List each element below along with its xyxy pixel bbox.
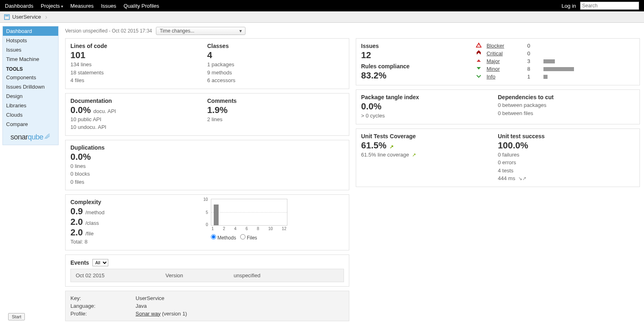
comments-value: 1.9% bbox=[207, 105, 344, 115]
card-duplications: Duplications 0.0% 0 lines0 blocks0 files bbox=[65, 140, 349, 191]
sidebar-item-time-machine[interactable]: Time Machine bbox=[3, 54, 58, 64]
severity-major-count: 3 bbox=[527, 58, 543, 64]
severity-minor-icon bbox=[476, 66, 486, 72]
radio-files[interactable]: Files bbox=[240, 234, 257, 241]
svg-rect-1 bbox=[5, 15, 9, 16]
sidebar-item-dashboard[interactable]: Dashboard bbox=[3, 26, 58, 36]
severity-blocker-icon: ! bbox=[476, 43, 486, 49]
nav-quality-profiles[interactable]: Quality Profiles bbox=[124, 3, 159, 9]
severity-blocker-link[interactable]: Blocker bbox=[486, 43, 527, 49]
chevron-down-icon: ▾ bbox=[239, 28, 242, 34]
issues-title: Issues bbox=[361, 43, 476, 49]
severity-minor-count: 8 bbox=[527, 66, 543, 72]
card-tangle: Package tangle index 0.0% > 0 cycles Dep… bbox=[356, 89, 640, 124]
lang-value: Java bbox=[136, 303, 344, 309]
tests-value: 100.0% bbox=[498, 140, 635, 151]
severity-blocker-count: 0 bbox=[527, 43, 543, 49]
trend-up-icon: ↗ bbox=[411, 152, 416, 158]
tests-sub: 0 failures0 errors4 tests 444 ms ↘↗ bbox=[498, 151, 635, 183]
dup-value: 0.0% bbox=[70, 152, 344, 162]
sidebar-item-issues-drilldown[interactable]: Issues Drilldown bbox=[3, 82, 58, 91]
compliance-value: 83.2% bbox=[361, 70, 476, 81]
card-size: Lines of code 101 134 lines18 statements… bbox=[65, 38, 349, 89]
table-row: Oct 02 2015 Version unspecified bbox=[72, 270, 343, 281]
content: Version unspecified - Oct 02 2015 17:34 … bbox=[61, 23, 644, 322]
coverage-sub: 61.5% line coverage ↗ bbox=[361, 151, 498, 159]
sidebar-item-design[interactable]: Design bbox=[3, 91, 58, 101]
severity-bar bbox=[543, 67, 584, 71]
comments-title: Comments bbox=[207, 98, 344, 104]
classes-sub: 1 packages9 methods6 accessors bbox=[207, 61, 344, 85]
nav-issues[interactable]: Issues bbox=[101, 3, 116, 9]
search-input[interactable] bbox=[580, 2, 639, 10]
card-complexity: Complexity 0.9 /method 2.0 /class 2.0 /f… bbox=[65, 194, 349, 250]
sidebar-item-compare[interactable]: Compare bbox=[3, 120, 58, 129]
severity-grid: !Blocker0Critical0Major3Minor8Info1 bbox=[476, 43, 635, 80]
severity-info-link[interactable]: Info bbox=[486, 74, 527, 80]
events-filter[interactable]: All bbox=[92, 259, 108, 266]
sidebar-item-hotspots[interactable]: Hotspots bbox=[3, 36, 58, 45]
dup-title: Duplications bbox=[70, 144, 344, 151]
start-button[interactable]: Start bbox=[8, 313, 25, 320]
version-timestamp: Version unspecified - Oct 02 2015 17:34 bbox=[65, 28, 152, 34]
issues-count: 12 bbox=[361, 50, 476, 61]
events-title: Events bbox=[70, 259, 89, 266]
tangle-title: Package tangle index bbox=[361, 94, 498, 100]
deps-sub: 0 between packages0 between files bbox=[498, 101, 635, 117]
coverage-value: 61.5% ↗ bbox=[361, 140, 498, 151]
severity-info-icon bbox=[476, 74, 486, 80]
radio-methods[interactable]: Methods bbox=[211, 234, 236, 241]
sidebar-item-clouds[interactable]: Clouds bbox=[3, 110, 58, 120]
events-table: Oct 02 2015 Version unspecified bbox=[70, 269, 344, 282]
breadcrumb-project[interactable]: UserService bbox=[12, 14, 41, 20]
complexity-total: Total: 8 bbox=[70, 238, 202, 246]
severity-critical-count: 0 bbox=[527, 50, 543, 57]
profile-link[interactable]: Sonar way bbox=[136, 311, 160, 317]
nav-dashboards[interactable]: Dashboards bbox=[5, 3, 33, 9]
tangle-sub: > 0 cycles bbox=[361, 112, 498, 120]
card-tests: Unit Tests Coverage 61.5% ↗ 61.5% line c… bbox=[356, 128, 640, 187]
breadcrumb: UserService › bbox=[0, 11, 644, 23]
key-label: Key: bbox=[70, 295, 136, 301]
nav-measures[interactable]: Measures bbox=[70, 3, 94, 9]
severity-bar bbox=[543, 59, 584, 63]
svg-text:!: ! bbox=[478, 44, 479, 47]
sidebar-item-issues[interactable]: Issues bbox=[3, 45, 58, 54]
complexity-class: 2.0 /class bbox=[70, 217, 202, 227]
login-link[interactable]: Log in bbox=[562, 3, 576, 9]
coverage-title: Unit Tests Coverage bbox=[361, 133, 498, 139]
doc-value: 0.0% docu. API bbox=[70, 105, 207, 115]
severity-critical-icon bbox=[476, 50, 486, 57]
loc-sub: 134 lines18 statements4 files bbox=[70, 61, 207, 85]
complexity-method: 0.9 /method bbox=[70, 206, 202, 217]
svg-rect-0 bbox=[4, 15, 9, 20]
card-events: Events All Oct 02 2015 Version unspecifi… bbox=[65, 255, 349, 287]
compliance-title: Rules compliance bbox=[361, 63, 476, 70]
loc-value: 101 bbox=[70, 50, 207, 61]
chart-bar bbox=[214, 205, 219, 225]
severity-critical-link[interactable]: Critical bbox=[486, 50, 527, 57]
profile-value: Sonar way (version 1) bbox=[136, 311, 344, 317]
tests-title: Unit test success bbox=[498, 133, 635, 139]
sidebar-tools-heading: TOOLS bbox=[3, 64, 58, 73]
sidebar-item-libraries[interactable]: Libraries bbox=[3, 101, 58, 110]
card-documentation: Documentation 0.0% docu. API 10 public A… bbox=[65, 93, 349, 136]
complexity-chart: 10 5 0 124681012 Methods bbox=[202, 199, 287, 241]
card-issues: Issues 12 Rules compliance 83.2% !Blocke… bbox=[356, 38, 640, 85]
sidebar-item-components[interactable]: Components bbox=[3, 73, 58, 82]
severity-major-icon bbox=[476, 58, 486, 64]
lang-label: Language: bbox=[70, 303, 136, 309]
classes-title: Classes bbox=[207, 43, 344, 49]
deps-title: Dependencies to cut bbox=[498, 94, 635, 100]
tangle-value: 0.0% bbox=[361, 101, 498, 112]
sidebar: Dashboard Hotspots Issues Time Machine T… bbox=[0, 23, 61, 150]
severity-minor-link[interactable]: Minor bbox=[486, 66, 527, 72]
topbar: Dashboards Projects Measures Issues Qual… bbox=[0, 0, 644, 11]
project-icon bbox=[4, 14, 10, 20]
complexity-title: Complexity bbox=[70, 199, 202, 205]
nav-projects[interactable]: Projects bbox=[41, 3, 63, 9]
chevron-right-icon: › bbox=[45, 13, 47, 21]
time-changes-dropdown[interactable]: Time changes...▾ bbox=[156, 27, 245, 35]
severity-major-link[interactable]: Major bbox=[486, 58, 527, 64]
profile-label: Profile: bbox=[70, 311, 136, 317]
